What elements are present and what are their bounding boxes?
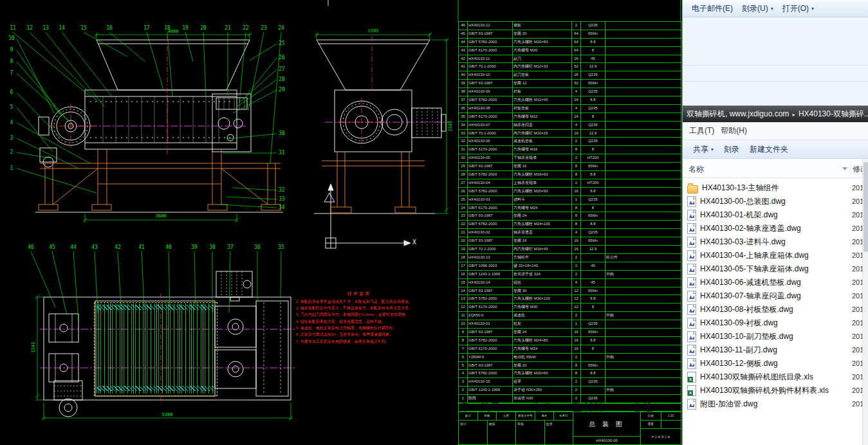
file-row[interactable]: HX40130-02-轴承座透盖.dwg 201 — [683, 222, 863, 235]
bom-qty: 2 — [572, 179, 581, 187]
command-button[interactable]: 打开(O) — [782, 3, 814, 14]
file-row[interactable]: HX40130-03-进料斗.dwg 201 — [683, 235, 863, 249]
bom-row: 45 GB/T 93-1987 垫圈 20 64 65Mn — [459, 30, 681, 39]
bom-code: GB/T 93-1987 — [468, 237, 513, 245]
address-bar[interactable]: 双轴撕碎机, www.jxdiguo.com ▸ HX40130-双轴撕碎... — [683, 105, 868, 122]
bom-no: 22 — [459, 221, 468, 228]
bom-code: HX40130-15 — [468, 378, 513, 386]
bom-header-row: 序号 代号 名称 数量 材料 备注 — [458, 403, 681, 412]
file-modified-date: 201 — [852, 211, 863, 219]
front-hopper — [97, 40, 250, 90]
bom-no: 19 — [459, 246, 468, 253]
address-path-right[interactable]: HX40130-双轴撕碎... — [799, 109, 868, 120]
bom-part-name: 六角头螺栓 M24×100 — [513, 221, 572, 228]
bom-note — [605, 237, 681, 245]
xls-file-icon — [687, 372, 696, 383]
file-modified-date: 201 — [852, 251, 863, 259]
bom-qty: 16 — [572, 329, 581, 336]
bom-code: GB/T 70.1-2000 — [468, 130, 513, 138]
bom-code: GB/T 70.1-2000 — [468, 246, 513, 253]
bom-code: GB/T 1096-2003 — [468, 262, 513, 270]
column-filter-arrow-icon[interactable] — [842, 167, 847, 170]
file-name: HX40130-13-主轴组件 — [702, 183, 779, 194]
file-row[interactable]: HX40130-09-衬板.dwg 201 — [683, 316, 863, 330]
bom-code: HX40130-05 — [468, 154, 513, 162]
file-row[interactable]: HX40130-07-轴承座闷盖.dwg 201 — [683, 289, 863, 303]
bom-code: GB/T 5782-2000 — [468, 295, 513, 303]
bom-row: 36 HX40130-08 衬板垫板 4 Q235 — [459, 105, 681, 113]
scrollbar[interactable] — [862, 159, 868, 445]
menu-item[interactable]: 帮助(H) — [721, 125, 747, 136]
file-modified-date: 201 — [852, 184, 863, 192]
bom-note — [605, 138, 681, 145]
file-row[interactable]: HX40130-06-减速机垫板.dwg 201 — [683, 276, 863, 289]
bom-qty: 8 — [572, 370, 581, 377]
column-divider[interactable] — [850, 161, 851, 176]
note-line: 2. 轴承装配时应均匀受力，不得直接敲击，装配后转动灵活无卡滞。 — [296, 305, 422, 311]
dwg-file-icon — [687, 237, 696, 248]
callout-number: 29 — [279, 87, 285, 93]
command-bar-item[interactable]: 新建文件夹 — [750, 144, 788, 155]
callout-number: 10 — [8, 36, 15, 41]
bom-material: Q235 — [581, 196, 605, 204]
file-row[interactable]: HX40130-11-副刀.dwg 201 — [683, 343, 863, 357]
command-button[interactable]: 刻录(U) — [742, 3, 773, 14]
bom-material — [581, 312, 605, 320]
bom-part-name: 侧板 — [513, 22, 572, 30]
bom-code: GB/T 70.1-2000 — [468, 63, 513, 71]
file-row[interactable]: HX40130双轴撕碎机图纸目录.xls 201 — [683, 370, 863, 384]
bom-note — [605, 163, 681, 170]
file-row[interactable]: 附图-加油管.dwg 201 — [683, 397, 863, 411]
bom-material — [581, 386, 605, 394]
bom-code: GB/T 93-1987 — [468, 163, 513, 170]
bom-row: 28 GB/T 5782-2000 六角头螺栓 M16×60 8 8.8 — [459, 171, 681, 179]
bom-no: 2 — [459, 386, 468, 394]
bom-part-name: 内六角螺钉 M10×25 — [513, 130, 572, 138]
menu-item[interactable]: 工具(T) — [689, 125, 714, 136]
bom-row: 19 GB/T 70.1-2000 内六角螺钉 M16×45 16 12.9 — [459, 246, 681, 254]
bom-material: 8 — [581, 204, 605, 212]
command-button[interactable]: 电子邮件(E) — [692, 3, 733, 14]
bom-qty: 8 — [572, 221, 581, 228]
dim-top-left: 1241 — [31, 342, 36, 353]
bom-note — [605, 295, 681, 303]
technical-notes: 技术要求 1. 装配前所有零件必须清洗干净，去除毛刺飞边，配合面涂润滑油。2. … — [296, 291, 422, 345]
file-row[interactable]: HX40130-04-上轴承座箱体.dwg 201 — [683, 249, 863, 262]
file-modified-date: 201 — [852, 305, 863, 313]
command-bar-item[interactable]: 共享 — [693, 144, 714, 155]
dwg-file-icon — [687, 399, 696, 410]
file-name: HX40130-09-衬板.dwg — [700, 318, 778, 329]
bom-note — [605, 130, 681, 138]
file-row[interactable]: HX40130-01-机架.dwg 201 — [683, 208, 863, 222]
command-bar-item[interactable]: 刻录 — [724, 144, 739, 155]
callout-number: 30 — [279, 131, 285, 136]
bom-no: 5 — [459, 362, 468, 370]
bom-no: 44 — [459, 39, 468, 46]
bom-part-name: 六角螺母 M16 — [513, 146, 572, 154]
bom-note — [605, 345, 681, 353]
bom-material: Q235 — [581, 138, 605, 145]
column-header-name[interactable]: 名称 — [688, 164, 704, 175]
axis-x-label: X — [412, 239, 416, 246]
file-row[interactable]: HX40130-00-总装图.dwg 201 — [683, 195, 863, 208]
bom-qty: 2 — [572, 22, 581, 30]
file-row[interactable]: HX40130双轴撕碎机外购件材料表.xls 201 — [683, 384, 863, 397]
file-modified-date: 201 — [852, 332, 863, 340]
file-row[interactable]: HX40130-05-下轴承座箱体.dwg 201 — [683, 262, 863, 276]
bom-part-name: 下轴承座箱体 — [513, 154, 572, 162]
bom-material: 8.8 — [581, 171, 605, 179]
file-modified-date: 201 — [852, 386, 863, 394]
file-name: HX40130-07-轴承座闷盖.dwg — [700, 291, 801, 302]
file-row[interactable]: HX40130-13-主轴组件 201 — [683, 181, 863, 195]
bom-note — [605, 122, 681, 129]
address-path-left[interactable]: 双轴撕碎机, www.jxdiguo.com — [687, 109, 789, 120]
bom-part-name: 机架 — [513, 320, 572, 328]
bom-qty: 26 — [572, 71, 581, 79]
file-row[interactable]: HX40130-08-衬板垫板.dwg 201 — [683, 303, 863, 316]
bom-code: HX40130-13 — [468, 254, 513, 262]
scrollbar-thumb[interactable] — [863, 162, 868, 252]
file-row[interactable]: HX40130-10-副刀垫板.dwg 201 — [683, 330, 863, 343]
file-row[interactable]: HX40130-12-侧板.dwg 201 — [683, 357, 863, 370]
bom-qty: 64 — [572, 30, 581, 38]
bom-row: 3 HX40130-15 链罩 2 Q235 — [459, 378, 681, 386]
